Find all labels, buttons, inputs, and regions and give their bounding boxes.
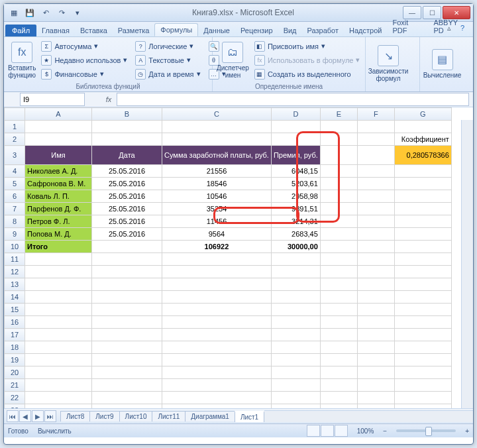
sheet-tab[interactable]: Лист11: [152, 411, 186, 421]
total-salary[interactable]: 106922: [162, 241, 272, 253]
cell-date[interactable]: 25.05.2016: [92, 190, 162, 203]
redo-button[interactable]: ↷: [54, 5, 69, 20]
col-header[interactable]: B: [92, 108, 162, 121]
cell-name[interactable]: Коваль Л. П.: [25, 190, 92, 203]
select-all-corner[interactable]: [5, 108, 25, 121]
help-icon[interactable]: ?: [457, 24, 468, 32]
assign-name-button[interactable]: ◧Присвоить имя ▾: [252, 40, 363, 53]
datetime-button[interactable]: ◷Дата и время ▾: [132, 68, 203, 81]
name-box[interactable]: I9: [20, 93, 85, 106]
row-header[interactable]: 2: [5, 133, 25, 146]
cell-salary[interactable]: 10546: [162, 190, 272, 203]
sheet-nav-next[interactable]: ▶: [32, 410, 44, 422]
logical-button[interactable]: ?Логические ▾: [132, 40, 203, 53]
cell-bonus[interactable]: 2683,45: [271, 228, 320, 241]
excel-icon[interactable]: ▦: [7, 5, 21, 20]
tab-foxit[interactable]: Foxit PDF: [387, 17, 428, 36]
cell-bonus[interactable]: 9891,51: [271, 203, 320, 215]
row-header[interactable]: 4: [5, 165, 25, 178]
row-header[interactable]: 20: [5, 366, 25, 379]
name-manager-button[interactable]: 🗂 Диспетчер имен: [217, 40, 249, 80]
row-header[interactable]: 15: [5, 304, 25, 316]
undo-button[interactable]: ↶: [38, 5, 53, 20]
tab-insert[interactable]: Вставка: [75, 25, 113, 36]
cell-salary[interactable]: 9564: [162, 228, 272, 241]
sheet-tab[interactable]: Лист9: [89, 411, 119, 421]
sheet-tab-active[interactable]: Лист1: [235, 411, 264, 422]
view-pagebreak-button[interactable]: [335, 425, 348, 437]
cell-name[interactable]: Попова М. Д.: [25, 228, 92, 241]
zoom-level[interactable]: 100%: [357, 427, 374, 435]
formula-input[interactable]: [117, 93, 469, 106]
horizontal-scrollbar[interactable]: [264, 410, 473, 422]
row-header[interactable]: 5: [5, 178, 25, 190]
autosum-button[interactable]: ΣАвтосумма ▾: [38, 40, 130, 53]
tab-data[interactable]: Данные: [198, 25, 235, 36]
sheet-tab[interactable]: Лист8: [60, 411, 90, 421]
spreadsheet-grid[interactable]: A B C D E F G 1 2Коэффициент 3 Имя Дата …: [4, 107, 473, 408]
cell-name[interactable]: Петров Ф. Л.: [25, 215, 92, 228]
financial-button[interactable]: $Финансовые ▾: [38, 68, 130, 81]
row-header[interactable]: 10: [5, 241, 25, 253]
sheet-nav-prev[interactable]: ◀: [19, 410, 31, 422]
tab-developer[interactable]: Разработ: [302, 25, 344, 36]
cell-salary[interactable]: 35254: [162, 203, 272, 215]
cell-name[interactable]: Николаев А. Д.: [25, 165, 92, 178]
ribbon-collapse-icon[interactable]: ▵: [444, 24, 454, 32]
zoom-out-button[interactable]: −: [383, 427, 387, 435]
zoom-in-button[interactable]: +: [465, 427, 469, 435]
row-header[interactable]: 6: [5, 190, 25, 203]
row-header[interactable]: 3: [5, 146, 25, 165]
tab-addins[interactable]: Надстрой: [344, 25, 387, 36]
row-header[interactable]: 11: [5, 253, 25, 266]
sheet-tab[interactable]: Лист10: [119, 411, 153, 421]
calculation-button[interactable]: ▤Вычисление: [424, 44, 461, 84]
total-label[interactable]: Итого: [25, 241, 92, 253]
row-header[interactable]: 7: [5, 203, 25, 215]
save-button[interactable]: 💾: [23, 5, 37, 20]
tab-view[interactable]: Вид: [278, 25, 302, 36]
view-layout-button[interactable]: [321, 425, 334, 437]
row-header[interactable]: 23: [5, 404, 25, 409]
row-header[interactable]: 9: [5, 228, 25, 241]
row-header[interactable]: 18: [5, 341, 25, 354]
fx-label[interactable]: fx: [103, 95, 114, 103]
cell-name[interactable]: Сафронова В. М.: [25, 178, 92, 190]
text-button[interactable]: AТекстовые ▾: [132, 54, 203, 67]
cell-salary[interactable]: 11456: [162, 215, 272, 228]
col-header[interactable]: C: [162, 108, 272, 121]
row-header[interactable]: 14: [5, 291, 25, 304]
trace-deps-button[interactable]: ↘Зависимости формул: [370, 44, 407, 84]
cell-bonus[interactable]: 3214,31: [271, 215, 320, 228]
row-header[interactable]: 13: [5, 278, 25, 291]
row-header[interactable]: 17: [5, 329, 25, 341]
col-header[interactable]: A: [25, 108, 92, 121]
sheet-tab[interactable]: Диаграмма1: [185, 411, 235, 421]
create-from-selection-button[interactable]: ▦Создать из выделенного: [252, 68, 363, 81]
col-header[interactable]: G: [394, 108, 451, 121]
row-header[interactable]: 12: [5, 266, 25, 278]
cell-bonus[interactable]: 5203,61: [271, 178, 320, 190]
tab-file[interactable]: Файл: [5, 25, 36, 36]
qat-more[interactable]: ▾: [70, 5, 85, 20]
row-header[interactable]: 21: [5, 379, 25, 392]
cell-date[interactable]: 25.05.2016: [92, 203, 162, 215]
cell-date[interactable]: 25.05.2016: [92, 228, 162, 241]
row-header[interactable]: 22: [5, 392, 25, 404]
recent-button[interactable]: ★Недавно использов ▾: [38, 54, 130, 67]
cell-salary[interactable]: 21556: [162, 165, 272, 178]
row-header[interactable]: 19: [5, 354, 25, 366]
row-header[interactable]: 1: [5, 121, 25, 133]
sheet-nav-last[interactable]: ⏭: [44, 410, 56, 422]
row-header[interactable]: 16: [5, 316, 25, 329]
cell-date[interactable]: 25.05.2016: [92, 178, 162, 190]
use-in-formula-button[interactable]: fxИспользовать в формуле ▾: [252, 54, 363, 67]
insert-function-button[interactable]: fx Вставить функцию: [8, 40, 36, 80]
tab-home[interactable]: Главная: [36, 25, 75, 36]
cell-bonus[interactable]: 2958,98: [271, 190, 320, 203]
cell-date[interactable]: 25.05.2016: [92, 165, 162, 178]
zoom-slider[interactable]: [396, 429, 456, 432]
col-header[interactable]: F: [357, 108, 394, 121]
sheet-nav-first[interactable]: ⏮: [7, 410, 19, 422]
tab-layout[interactable]: Разметка: [113, 25, 155, 36]
